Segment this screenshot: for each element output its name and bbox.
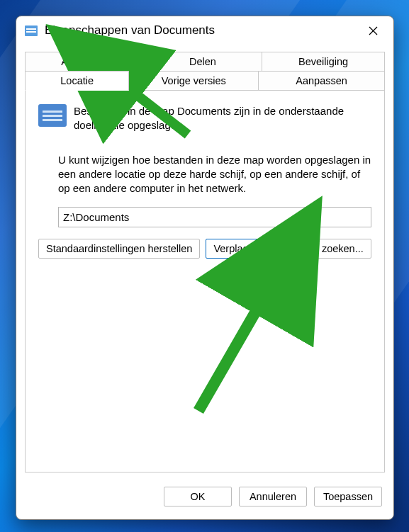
cancel-button[interactable]: Annuleren	[239, 487, 307, 506]
folder-icon	[38, 104, 67, 127]
tab-aanpassen[interactable]: Aanpassen	[259, 71, 385, 91]
apply-button[interactable]: Toepassen	[314, 487, 382, 506]
window-title: Eigenschappen van Documents	[45, 23, 358, 38]
tab-panel-locatie: Bestanden in de map Documents zijn in de…	[25, 90, 385, 472]
document-icon	[25, 26, 38, 36]
close-icon	[369, 26, 378, 35]
tab-locatie[interactable]: Locatie	[25, 71, 129, 91]
target-path-input[interactable]	[58, 207, 371, 227]
move-button[interactable]: Verplaatsen...	[206, 239, 284, 259]
tab-strip: Algemeen Delen Beveiliging Locatie Vorig…	[25, 52, 385, 91]
tab-algemeen[interactable]: Algemeen	[25, 52, 144, 71]
find-target-button[interactable]: Doel zoeken...	[290, 239, 371, 259]
restore-defaults-button[interactable]: Standaardinstellingen herstellen	[38, 239, 200, 259]
tab-delen[interactable]: Delen	[144, 52, 263, 71]
properties-dialog: Eigenschappen van Documents Algemeen Del…	[16, 16, 394, 520]
close-button[interactable]	[358, 19, 388, 42]
location-description-1: Bestanden in de map Documents zijn in de…	[74, 104, 371, 133]
ok-button[interactable]: OK	[164, 487, 232, 506]
tab-vorige-versies[interactable]: Vorige versies	[129, 71, 259, 91]
location-description-2: U kunt wijzigen hoe bestanden in deze ma…	[58, 153, 371, 196]
dialog-footer: OK Annuleren Toepassen	[16, 477, 393, 519]
tab-beveiliging[interactable]: Beveiliging	[262, 52, 385, 71]
titlebar: Eigenschappen van Documents	[16, 16, 393, 45]
